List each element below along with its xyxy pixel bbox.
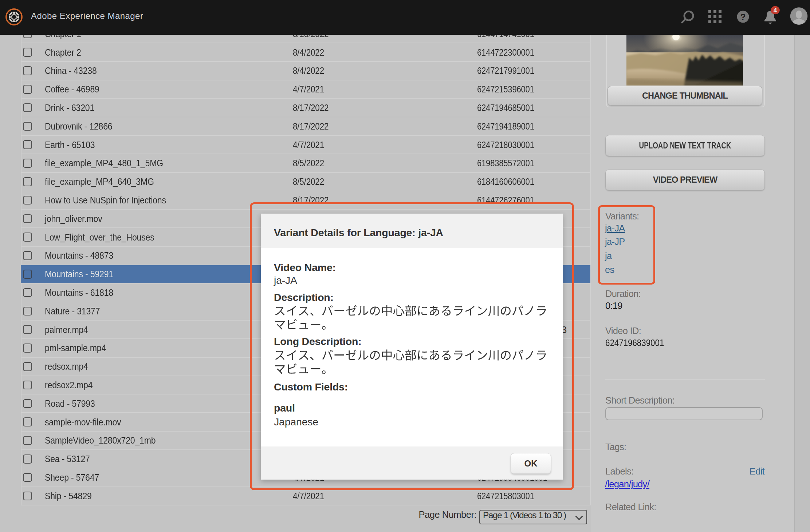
svg-text:4: 4 [774,7,777,14]
svg-text:?: ? [740,12,746,22]
